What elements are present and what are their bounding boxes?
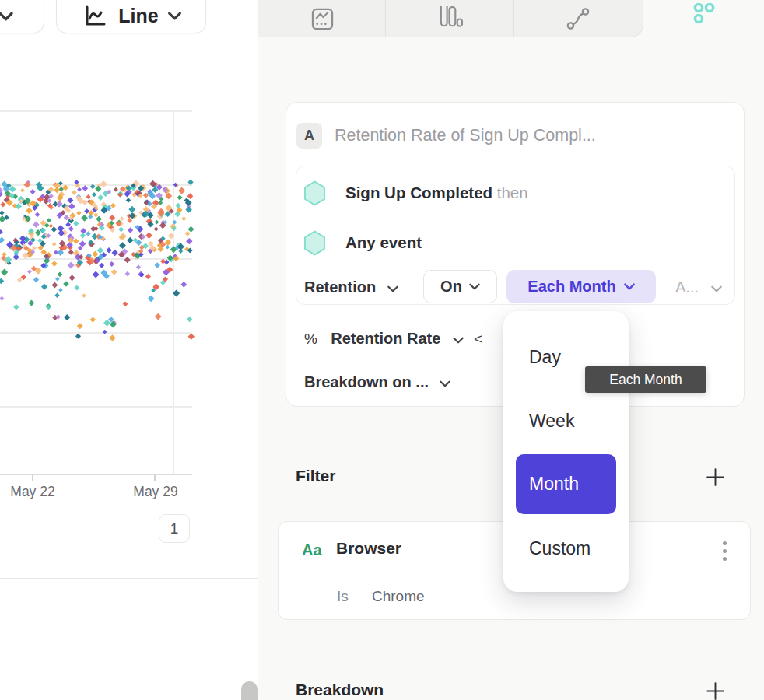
- tab-scatter-cluster[interactable]: [643, 0, 764, 37]
- scatter-point: [160, 259, 166, 264]
- scatter-point: [128, 206, 135, 213]
- on-dropdown[interactable]: On: [423, 270, 497, 303]
- scatter-point: [20, 188, 25, 193]
- event-row-1[interactable]: Sign Up Completed then: [345, 184, 528, 202]
- query-title[interactable]: Retention Rate of Sign Up Compl...: [335, 126, 596, 145]
- scatter-point: [29, 300, 35, 306]
- scrollbar-thumb[interactable]: [241, 681, 258, 700]
- scatter-point: [64, 314, 70, 320]
- scatter-point: [58, 288, 63, 292]
- scatter-point: [54, 293, 59, 298]
- scatter-point: [155, 313, 162, 320]
- scatter-point: [126, 198, 131, 202]
- menu-item-week[interactable]: Week: [529, 411, 574, 432]
- scatter-point: [69, 275, 75, 281]
- advanced-label: A...: [675, 278, 699, 296]
- scatter-point: [2, 252, 6, 257]
- scatter-point: [96, 216, 102, 222]
- scatter-point: [54, 250, 58, 255]
- scatter-point: [118, 227, 124, 233]
- scatter-point: [90, 226, 96, 231]
- advanced-dropdown[interactable]: A...: [675, 278, 722, 296]
- chevron-down-icon: [711, 285, 722, 292]
- event-suffix: then: [497, 184, 528, 201]
- percent-sign: %: [304, 331, 317, 347]
- pagination-button[interactable]: 1: [159, 514, 190, 543]
- scatter-point: [188, 333, 195, 339]
- filter-operator[interactable]: Is: [337, 588, 349, 605]
- scatter-point: [93, 271, 100, 278]
- tab-bar-chart[interactable]: [386, 0, 513, 37]
- filter-section-title: Filter: [296, 467, 335, 485]
- filter-property-label[interactable]: Browser: [336, 539, 401, 558]
- menu-item-month-label: Month: [529, 474, 579, 495]
- scatter-point: [181, 216, 186, 221]
- breakdown-on-dropdown[interactable]: Breakdown on ...: [304, 373, 450, 391]
- retention-dropdown[interactable]: Retention: [304, 278, 398, 296]
- scatter-point: [17, 278, 22, 282]
- scatter-point: [158, 201, 163, 205]
- scatter-point: [165, 240, 171, 246]
- scatter-point: [124, 257, 131, 263]
- scatter-point: [92, 251, 98, 257]
- scatter-point: [154, 262, 159, 268]
- scatter-point: [26, 208, 32, 214]
- scatter-point: [82, 293, 86, 298]
- add-breakdown-button[interactable]: [704, 680, 726, 700]
- x-tick-label: May 29: [133, 484, 177, 500]
- filter-value[interactable]: Chrome: [372, 588, 425, 605]
- scatter-point: [0, 187, 3, 194]
- scatter-point: [109, 261, 114, 267]
- scatter-point: [67, 198, 73, 204]
- scatter-point: [123, 301, 128, 306]
- measure-dropdown-label[interactable]: Retention Rate: [331, 330, 440, 347]
- scatter-point: [81, 215, 88, 222]
- scatter-point: [41, 284, 47, 290]
- menu-item-day[interactable]: Day: [529, 347, 561, 368]
- menu-item-custom[interactable]: Custom: [529, 538, 591, 559]
- scatter-point: [187, 317, 192, 322]
- menu-item-month[interactable]: Month: [516, 454, 616, 514]
- scatter-point: [33, 277, 39, 282]
- scatter-point: [109, 334, 115, 341]
- scatter-point: [65, 222, 71, 227]
- chevron-down-icon: [624, 283, 635, 290]
- kebab-menu-icon[interactable]: [723, 541, 727, 561]
- tab-flow[interactable]: [514, 0, 642, 37]
- tab-line-chart[interactable]: [258, 0, 386, 37]
- bar-chart-icon: [437, 6, 463, 32]
- retention-label: Retention: [304, 278, 376, 296]
- interval-dropdown[interactable]: Each Month: [506, 270, 656, 303]
- flow-icon: [565, 5, 591, 32]
- event-row-2[interactable]: Any event: [345, 233, 422, 252]
- scatter-point: [82, 185, 88, 191]
- scatter-point: [120, 216, 124, 221]
- scatter-point: [177, 194, 183, 200]
- scatter-point: [51, 282, 58, 289]
- scatter-point: [33, 222, 39, 228]
- scatter-point: [68, 250, 74, 255]
- scatter-point: [145, 232, 152, 239]
- scatter-point: [119, 242, 126, 249]
- chevron-down-icon: [440, 380, 450, 387]
- scatter-point: [52, 242, 57, 247]
- tooltip-text: Each Month: [609, 372, 682, 388]
- scatter-cluster-icon: [689, 0, 720, 28]
- scatter-point: [187, 193, 194, 199]
- measure-row: % Retention Rate <: [304, 330, 482, 348]
- scatter-point: [16, 203, 22, 209]
- scatter-point: [51, 226, 58, 233]
- scatter-point: [62, 184, 68, 191]
- scatter-point: [173, 289, 180, 296]
- scatter-point: [0, 278, 4, 285]
- scatter-point: [0, 210, 5, 215]
- scatter-point: [1, 268, 8, 275]
- scatter-point: [0, 215, 5, 222]
- chart-card-bottom-border: [0, 578, 258, 579]
- scatter-point: [109, 215, 115, 221]
- add-filter-button[interactable]: [704, 466, 726, 488]
- scatter-point: [74, 285, 79, 291]
- scatter-point: [93, 212, 98, 217]
- scatter-point: [86, 194, 91, 199]
- scatter-point: [90, 184, 96, 190]
